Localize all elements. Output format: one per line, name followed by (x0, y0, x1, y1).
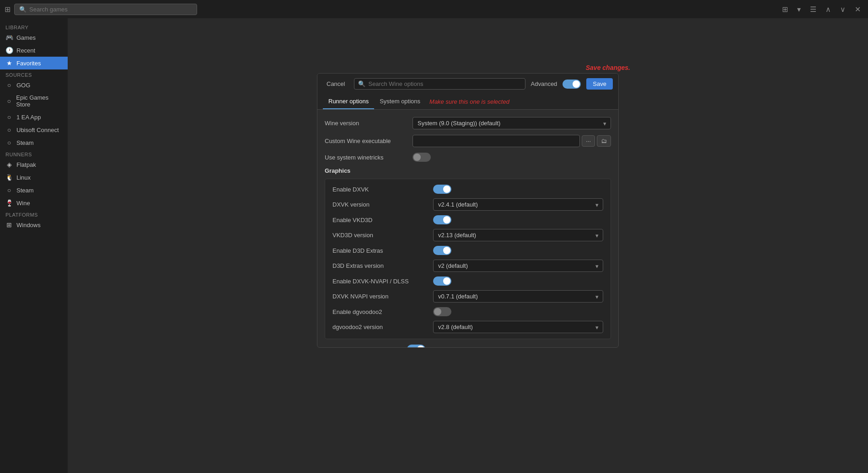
enable-dxvk-knob (443, 186, 450, 193)
custom-wine-control: ··· 🗂 (413, 135, 611, 147)
grid-view-button[interactable]: ⊞ (779, 3, 791, 16)
enable-esync-knob (417, 345, 424, 347)
steam1-icon: ○ (5, 139, 13, 146)
dxvk-nvapi-version-select[interactable]: v0.7.1 (default) (433, 290, 603, 303)
vkd3d-version-control[interactable]: v2.13 (default) (433, 229, 603, 241)
sources-section-label: Sources (0, 69, 68, 79)
custom-wine-row: Custom Wine executable ··· 🗂 (325, 135, 611, 147)
enable-d3d-toggle[interactable] (433, 246, 451, 255)
enable-dxvk-nvapi-toggle[interactable] (433, 276, 451, 286)
topbar-left: ⊞ 🔍 (5, 4, 197, 15)
content-area: Save changes. Cancel 🔍 Advanced Save Run… (68, 18, 868, 473)
wine-icon: 🍷 (5, 199, 13, 207)
enable-dgvoodoo2-row: Enable dgvoodoo2 (332, 307, 603, 316)
enable-esync-label: Enable Esync (325, 346, 407, 348)
dxvk-version-select[interactable]: v2.4.1 (default) (433, 198, 603, 211)
d3d-version-control[interactable]: v2 (default) (433, 260, 603, 272)
list-view-button[interactable]: ☰ (807, 3, 819, 16)
enable-vkd3d-toggle[interactable] (433, 215, 451, 224)
dxvk-nvapi-version-row: DXVK NVAPI version v0.7.1 (default) (332, 290, 603, 303)
dxvk-version-label: DXVK version (332, 201, 433, 208)
custom-wine-label: Custom Wine executable (325, 138, 407, 144)
collapse-button[interactable]: ∧ (823, 3, 834, 16)
windows-icon: ⊞ (5, 221, 13, 229)
sidebar-item-wine[interactable]: 🍷 Wine (0, 197, 68, 209)
sidebar-item-recent[interactable]: 🕐 Recent (0, 44, 68, 57)
cancel-button[interactable]: Cancel (323, 79, 348, 89)
dropdown-button[interactable]: ▾ (794, 3, 804, 16)
flatpak-icon: ◈ (5, 161, 13, 168)
sidebar-item-steam2[interactable]: ○ Steam (0, 184, 68, 197)
custom-wine-browse-button[interactable]: ··· (582, 135, 595, 147)
enable-dxvk-nvapi-knob (443, 277, 450, 285)
ea-icon: ○ (5, 113, 13, 121)
favorites-icon: ★ (5, 59, 13, 67)
ubisoft-icon: ○ (5, 126, 13, 133)
d3d-version-label: D3D Extras version (332, 262, 433, 269)
dgvoodoo2-version-control[interactable]: v2.8 (default) (433, 321, 603, 333)
d3d-version-select[interactable]: v2 (default) (433, 260, 603, 272)
winetricks-toggle[interactable] (413, 153, 431, 162)
vkd3d-version-select[interactable]: v2.13 (default) (433, 229, 603, 241)
sidebar-item-ea[interactable]: ○ 1 EA App (0, 111, 68, 123)
enable-dgvoodoo2-toggle[interactable] (433, 307, 451, 316)
gog-icon: ○ (5, 81, 13, 89)
search-games-input[interactable] (29, 6, 192, 13)
dgvoodoo2-version-select[interactable]: v2.8 (default) (433, 321, 603, 333)
enable-esync-toggle[interactable] (407, 345, 425, 347)
advanced-label: Advanced (531, 80, 557, 87)
advanced-toggle[interactable] (563, 80, 581, 89)
graphics-section: Enable DXVK DXVK version v2.4.1 (default… (325, 179, 611, 339)
sidebar-item-flatpak[interactable]: ◈ Flatpak (0, 158, 68, 171)
search-bar[interactable]: 🔍 (14, 4, 197, 15)
runners-section-label: Runners (0, 149, 68, 158)
wine-version-select[interactable]: System (9.0 (Staging)) (default) (413, 117, 611, 129)
dxvk-nvapi-version-control[interactable]: v0.7.1 (default) (433, 290, 603, 303)
search-wine-input[interactable] (368, 80, 521, 87)
dialog-header: Cancel 🔍 Advanced Save (317, 74, 618, 94)
enable-dgvoodoo2-knob (434, 308, 441, 315)
enable-dgvoodoo2-label: Enable dgvoodoo2 (332, 308, 433, 315)
dxvk-version-row: DXVK version v2.4.1 (default) (332, 198, 603, 211)
enable-d3d-row: Enable D3D Extras (332, 246, 603, 255)
recent-icon: 🕐 (5, 47, 13, 54)
expand-button[interactable]: ∨ (837, 3, 848, 16)
save-button[interactable]: Save (586, 78, 613, 90)
library-section-label: Library (0, 22, 68, 31)
dgvoodoo2-version-label: dgvoodoo2 version (332, 324, 433, 330)
sidebar-item-epic[interactable]: ○ Epic Games Store (0, 91, 68, 111)
custom-wine-clear-button[interactable]: 🗂 (597, 135, 611, 147)
close-button[interactable]: ✕ (852, 3, 863, 16)
enable-d3d-label: Enable D3D Extras (332, 247, 433, 254)
search-wine-box[interactable]: 🔍 (354, 78, 525, 90)
tab-system-options[interactable]: System options (374, 94, 426, 109)
wine-version-control[interactable]: System (9.0 (Staging)) (default) (413, 117, 611, 129)
sidebar-item-games[interactable]: 🎮 Games (0, 31, 68, 44)
graphics-section-header: Graphics (325, 167, 611, 174)
wine-version-row: Wine version System (9.0 (Staging)) (def… (325, 117, 611, 129)
dialog-tabs: Runner options System options Make sure … (317, 94, 618, 110)
sidebar-item-linux[interactable]: 🐧 Linux (0, 171, 68, 184)
sidebar-item-favorites[interactable]: ★ Favorites (0, 57, 68, 69)
vkd3d-version-label: VKD3D version (332, 232, 433, 239)
sidebar-item-windows[interactable]: ⊞ Windows (0, 218, 68, 231)
wine-version-label: Wine version (325, 120, 407, 127)
main-layout: Library 🎮 Games 🕐 Recent ★ Favorites Sou… (0, 18, 868, 473)
dxvk-version-control[interactable]: v2.4.1 (default) (433, 198, 603, 211)
enable-vkd3d-label: Enable VKD3D (332, 217, 433, 223)
enable-vkd3d-knob (443, 216, 450, 223)
games-icon: 🎮 (5, 34, 13, 41)
sidebar-item-gog[interactable]: ○ GOG (0, 79, 68, 91)
enable-esync-row: Enable Esync (325, 345, 611, 347)
sidebar-item-steam1[interactable]: ○ Steam (0, 136, 68, 149)
config-dialog: Cancel 🔍 Advanced Save Runner options Sy… (317, 73, 619, 348)
enable-dxvk-toggle[interactable] (433, 185, 451, 194)
steam2-icon: ○ (5, 186, 13, 194)
dialog-body-inner: Wine version System (9.0 (Staging)) (def… (317, 110, 618, 347)
sidebar: Library 🎮 Games 🕐 Recent ★ Favorites Sou… (0, 18, 68, 473)
enable-dxvk-nvapi-row: Enable DXVK-NVAPI / DLSS (332, 276, 603, 286)
tab-runner-options[interactable]: Runner options (323, 94, 374, 109)
sidebar-item-ubisoft[interactable]: ○ Ubisoft Connect (0, 123, 68, 136)
custom-wine-input[interactable] (413, 135, 580, 147)
d3d-version-row: D3D Extras version v2 (default) (332, 260, 603, 272)
